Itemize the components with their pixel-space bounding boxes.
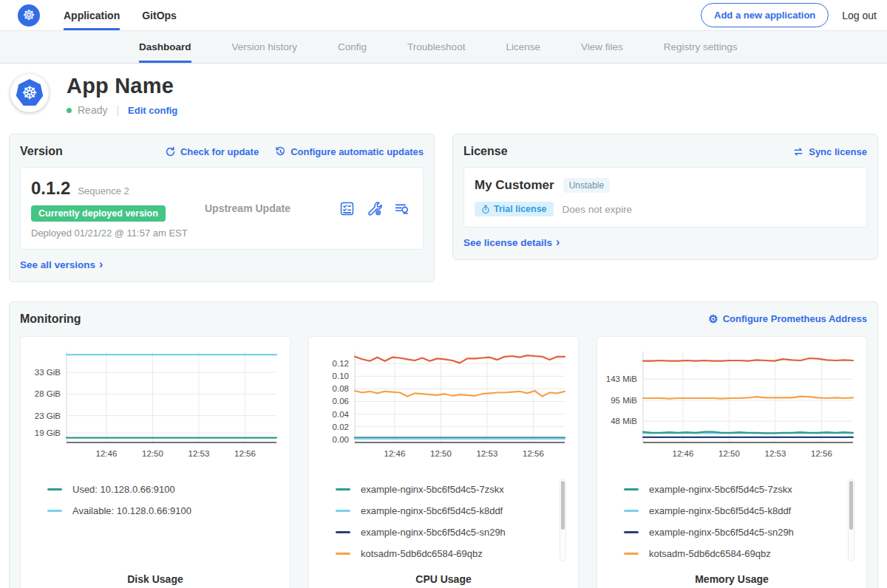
- svg-text:0.10: 0.10: [333, 372, 349, 380]
- svg-text:0.06: 0.06: [333, 397, 349, 406]
- chevron-right-icon: ›: [556, 236, 560, 248]
- svg-text:23 GiB: 23 GiB: [35, 411, 61, 420]
- svg-text:28 GiB: 28 GiB: [35, 389, 61, 398]
- svg-text:0.02: 0.02: [333, 422, 349, 431]
- configure-automatic-updates-link[interactable]: Configure automatic updates: [275, 146, 424, 157]
- status-dot-icon: [67, 108, 72, 113]
- svg-text:12:46: 12:46: [96, 449, 118, 458]
- see-license-details-link[interactable]: See license details ›: [463, 236, 560, 248]
- svg-text:12:53: 12:53: [477, 449, 498, 458]
- app-tab-bar: DashboardVersion historyConfigTroublesho…: [0, 31, 887, 64]
- legend-label: example-nginx-5bc6f5d4c5-k8ddf: [361, 505, 503, 516]
- topnav-item-gitops[interactable]: GitOps: [142, 0, 177, 30]
- logout-button[interactable]: Log out: [842, 10, 877, 21]
- monitoring-panel: Monitoring ⚙ Configure Prometheus Addres…: [9, 301, 878, 588]
- legend-item: Used: 10.128.0.66:9100: [47, 479, 285, 500]
- legend-item: example-nginx-5bc6f5d4c5-sn29h: [624, 522, 862, 543]
- legend-item: Available: 10.128.0.66:9100: [47, 500, 285, 522]
- legend-line-swatch: [336, 488, 350, 490]
- disk-usage-chart: 33 GiB28 GiB23 GiB19 GiB12:4612:5012:531…: [25, 344, 285, 468]
- svg-text:48 MiB: 48 MiB: [611, 417, 637, 425]
- cpu-usage-chart: 0.120.100.080.060.040.020.0012:4612:5012…: [313, 344, 574, 468]
- release-notes-icon[interactable]: [339, 201, 355, 216]
- tab-config[interactable]: Config: [338, 31, 367, 63]
- cpu-usage-legend: example-nginx-5bc6f5d4c5-7zskxexample-ng…: [336, 479, 574, 566]
- topnav-items: ApplicationGitOps: [64, 0, 177, 30]
- legend-item: example-nginx-5bc6f5d4c5-k8ddf: [624, 500, 862, 522]
- legend-line-swatch: [336, 531, 350, 533]
- legend-item: example-nginx-5bc6f5d4c5-sn29h: [336, 522, 574, 543]
- check-for-update-link[interactable]: Check for update: [165, 146, 259, 157]
- legend-item: example-nginx-5bc6f5d4c5-k8ddf: [336, 500, 574, 522]
- legend-label: example-nginx-5bc6f5d4c5-7zskx: [649, 484, 792, 495]
- svg-text:12:50: 12:50: [430, 449, 452, 458]
- configure-prometheus-link[interactable]: ⚙ Configure Prometheus Address: [708, 313, 867, 324]
- sync-arrows-icon: [792, 146, 804, 157]
- edit-config-link[interactable]: Edit config: [128, 105, 177, 116]
- tab-license[interactable]: License: [506, 31, 540, 63]
- svg-text:12:46: 12:46: [673, 449, 694, 458]
- legend-scrollbar-thumb[interactable]: [561, 481, 565, 530]
- customer-name: My Customer: [475, 178, 554, 193]
- tab-view-files[interactable]: View files: [581, 31, 623, 63]
- svg-text:0.12: 0.12: [333, 359, 349, 368]
- see-all-versions-link[interactable]: See all versions ›: [20, 259, 103, 270]
- brand: ☸: [18, 0, 40, 30]
- version-source-label: Upstream Update: [205, 202, 339, 214]
- legend-item: example-nginx-5bc6f5d4c5-7zskx: [336, 479, 574, 500]
- tab-troubleshoot[interactable]: Troubleshoot: [407, 31, 465, 63]
- svg-text:12:50: 12:50: [142, 449, 163, 458]
- chart-title: CPU Usage: [313, 573, 574, 585]
- legend-line-swatch: [336, 553, 350, 555]
- memory-usage-chart-card: 143 MiB95 MiB48 MiB12:4612:5012:5312:56e…: [597, 336, 867, 588]
- status-label: Ready: [78, 104, 107, 116]
- memory-usage-chart: 143 MiB95 MiB48 MiB12:4612:5012:5312:56: [602, 344, 862, 468]
- disk-usage-legend: Used: 10.128.0.66:9100Available: 10.128.…: [47, 479, 285, 566]
- legend-line-swatch: [47, 510, 62, 512]
- legend-scrollbar[interactable]: [848, 479, 854, 561]
- gear-icon: ⚙: [708, 313, 718, 324]
- channel-badge: Unstable: [563, 178, 610, 193]
- config-wrench-icon[interactable]: [367, 201, 382, 216]
- tab-registry-settings[interactable]: Registry settings: [664, 31, 738, 63]
- add-application-button[interactable]: Add a new application: [701, 3, 829, 27]
- svg-text:143 MiB: 143 MiB: [606, 375, 638, 383]
- svg-text:12:56: 12:56: [523, 449, 544, 458]
- license-card: License Sync license My Customer Unstabl…: [452, 134, 878, 260]
- svg-text:0.08: 0.08: [333, 384, 349, 393]
- topnav-item-application[interactable]: Application: [64, 0, 120, 30]
- legend-label: example-nginx-5bc6f5d4c5-k8ddf: [649, 505, 791, 516]
- app-header: ☸ App Name Ready | Edit config: [0, 64, 887, 128]
- clock-history-icon: [275, 146, 286, 157]
- legend-line-swatch: [47, 488, 62, 490]
- license-type-badge: Trial license: [475, 202, 554, 216]
- svg-text:12:50: 12:50: [718, 449, 740, 458]
- expiry-text: Does not expire: [563, 204, 633, 215]
- legend-line-swatch: [624, 488, 639, 490]
- cpu-usage-chart-card: 0.120.100.080.060.040.020.0012:4612:5012…: [308, 336, 579, 588]
- legend-item: kotsadm-5db6dc6584-69qbz: [336, 543, 574, 564]
- chevron-right-icon: ›: [99, 259, 103, 270]
- legend-scrollbar[interactable]: [560, 479, 566, 561]
- svg-text:12:53: 12:53: [765, 449, 786, 458]
- legend-line-swatch: [624, 531, 639, 533]
- legend-line-swatch: [624, 510, 639, 512]
- legend-label: example-nginx-5bc6f5d4c5-sn29h: [361, 527, 506, 538]
- sync-license-link[interactable]: Sync license: [792, 146, 867, 157]
- tab-dashboard[interactable]: Dashboard: [139, 31, 191, 63]
- tab-version-history[interactable]: Version history: [232, 31, 298, 63]
- legend-scrollbar-thumb[interactable]: [849, 481, 853, 530]
- divider: |: [113, 104, 122, 116]
- view-logs-icon[interactable]: [394, 201, 409, 216]
- top-nav: ☸ ApplicationGitOps Add a new applicatio…: [0, 0, 887, 31]
- legend-label: Available: 10.128.0.66:9100: [72, 505, 191, 516]
- stopwatch-icon: [481, 205, 490, 214]
- legend-label: Used: 10.128.0.66:9100: [72, 484, 175, 495]
- disk-usage-chart-card: 33 GiB28 GiB23 GiB19 GiB12:4612:5012:531…: [20, 336, 290, 588]
- svg-text:12:53: 12:53: [188, 449, 210, 458]
- license-card-title: License: [463, 145, 508, 158]
- legend-item: example-nginx-5bc6f5d4c5-7zskx: [624, 479, 862, 500]
- page-title: App Name: [67, 74, 177, 98]
- svg-text:12:46: 12:46: [384, 449, 406, 458]
- charts-row: 33 GiB28 GiB23 GiB19 GiB12:4612:5012:531…: [20, 336, 867, 588]
